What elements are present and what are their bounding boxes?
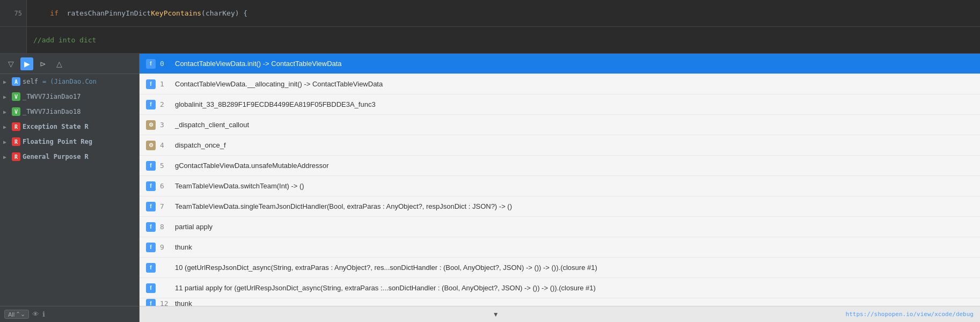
autocomplete-item-2[interactable]: f 2 globalinit_33_8B289F1F9ECDB4499EA819… [140,94,980,115]
item-num-4: 4 [160,141,171,149]
left-bottom-bar: All ⌃⌄ 👁 ℹ [0,306,139,322]
line-number-2 [0,27,27,53]
var-name: Exception State R [23,123,89,130]
list-item[interactable]: ▶ A self = (JianDao.Con [0,74,139,89]
url-label: https://shopopen.io/view/xcode/debug [846,311,974,318]
right-bottom-bar: ▼ https://shopopen.io/view/xcode/debug [140,306,980,322]
var-name: self [23,78,38,85]
autocomplete-item-8[interactable]: f 8 partial apply [140,217,980,237]
type-badge-a: A [12,77,20,86]
list-item[interactable]: ▶ V _TWVV7JianDao17 [0,89,139,104]
eye-icon[interactable]: 👁 [32,310,39,318]
var-name-floating-point: Floating Point Reg [23,138,92,145]
right-panel: f 0 ContactTableViewData.init() -> Conta… [140,54,980,322]
item-num-7: 7 [160,202,171,210]
var-name: _TWVV7JianDao17 [23,93,81,100]
item-num-1: 1 [160,80,171,88]
var-name: _TWVV7JianDao18 [23,108,81,115]
item-num-0: 0 [160,60,171,68]
type-badge-r: R [12,122,20,131]
chevron-updown-icon: ⌃⌄ [16,311,25,318]
code-comment-area: //add into dict [0,27,980,54]
autocomplete-item-9[interactable]: f 9 thunk [140,237,980,258]
func-icon-5: f [146,161,156,171]
autocomplete-item-0[interactable]: f 0 ContactTableViewData.init() -> Conta… [140,54,980,74]
code-line: if ratesChanPinnyInDictKeyPcontains(char… [27,0,980,26]
expand-arrow: ▶ [3,139,10,145]
autocomplete-item-3[interactable]: ⚙ 3 _dispatch_client_callout [140,115,980,135]
item-num-5: 5 [160,162,171,170]
gear-icon-3: ⚙ [146,120,156,130]
list-item[interactable]: ▶ V _TWVV7JianDao18 [0,104,139,119]
left-panel: ▽ ▶ ⊳ △ ▶ A self = (JianDao.Con ▶ V _TWV… [0,54,140,322]
item-text-11: 11 partial apply for (getUrlRespJsonDict… [175,284,596,292]
all-filter-button[interactable]: All ⌃⌄ [4,310,29,319]
func-icon-11: f [146,283,156,293]
func-icon-2: f [146,100,156,109]
item-text-12: thunk [175,299,192,306]
debug-toolbar: ▽ ▶ ⊳ △ [0,54,139,74]
func-icon-10: f [146,263,156,273]
var-name: General Purpose R [23,153,89,160]
autocomplete-item-5[interactable]: f 5 gContactTableViewData.unsafeMutableA… [140,156,980,176]
item-text-5: gContactTableViewData.unsafeMutableAddre… [175,162,329,170]
item-text-4: dispatch_once_f [175,141,226,149]
code-comment-text: //add into dict [33,36,96,44]
autocomplete-item-1[interactable]: f 1 ContactTableViewData.__allocating_in… [140,74,980,94]
item-text-8: partial apply [175,223,213,231]
autocomplete-item-10[interactable]: f 10 (getUrlRespJsonDict_async(String, e… [140,258,980,278]
autocomplete-item-7[interactable]: f 7 TeamTableViewData.singleTeamJsonDict… [140,196,980,217]
expand-arrow: ▶ [3,109,10,115]
expand-arrow: ▶ [3,79,10,85]
type-badge-v: V [12,107,20,116]
step-in-btn[interactable]: △ [53,57,65,70]
item-text-7: TeamTableViewData.singleTeamJsonDictHand… [175,202,512,210]
type-badge-r: R [12,137,20,146]
info-icon[interactable]: ℹ [42,310,45,318]
item-text-2: globalinit_33_8B289F1F9ECDB4499EA819F05F… [175,100,376,108]
func-icon-0: f [146,59,156,69]
autocomplete-item-4[interactable]: ⚙ 4 dispatch_once_f [140,135,980,156]
step-over-btn[interactable]: ⊳ [36,57,49,70]
all-label: All [8,311,14,318]
code-text: if ratesChanPinnyInDictKeyPcontains(char… [33,9,247,17]
scroll-down-container: ▼ [146,311,846,318]
func-icon-9: f [146,243,156,252]
code-comment-line: //add into dict [27,27,980,53]
item-text-3: _dispatch_client_callout [175,121,249,129]
list-item[interactable]: ▶ R General Purpose R [0,149,139,164]
func-icon-12: f [146,299,156,306]
line-number: 75 [0,0,27,26]
item-text-0: ContactTableViewData.init() -> ContactTa… [175,60,342,68]
item-text-1: ContactTableViewData.__allocating_init()… [175,80,383,88]
item-num-2: 2 [160,100,171,108]
main-row: ▽ ▶ ⊳ △ ▶ A self = (JianDao.Con ▶ V _TWV… [0,54,980,322]
item-num-12: 12 [160,299,171,306]
code-area: 75 if ratesChanPinnyInDictKeyPcontains(c… [0,0,980,27]
item-text-6: TeamTableViewData.switchTeam(Int) -> () [175,182,304,190]
expand-arrow: ▶ [3,124,10,130]
type-badge-r: R [12,152,20,161]
expand-arrow: ▶ [3,94,10,100]
item-num-3: 3 [160,121,171,129]
item-num-6: 6 [160,182,171,190]
func-icon-1: f [146,79,156,89]
item-num-8: 8 [160,223,171,231]
autocomplete-list: f 0 ContactTableViewData.init() -> Conta… [140,54,980,306]
func-icon-8: f [146,222,156,232]
func-icon-6: f [146,181,156,191]
item-text-9: thunk [175,243,192,251]
var-value: = (JianDao.Con [42,78,97,85]
autocomplete-item-11[interactable]: f 11 partial apply for (getUrlRespJsonDi… [140,278,980,298]
autocomplete-item-12[interactable]: f 12 thunk [140,298,980,306]
list-item[interactable]: ▶ R Floating Point Reg [0,134,139,149]
list-item[interactable]: ▶ R Exception State R [0,119,139,134]
expand-arrow: ▶ [3,154,10,160]
play-btn[interactable]: ▶ [20,57,33,70]
type-badge-v: V [12,92,20,101]
scroll-down-icon[interactable]: ▼ [493,311,499,318]
item-num-9: 9 [160,243,171,251]
breadcrumb-btn[interactable]: ▽ [4,57,17,70]
autocomplete-item-6[interactable]: f 6 TeamTableViewData.switchTeam(Int) ->… [140,176,980,196]
variable-list: ▶ A self = (JianDao.Con ▶ V _TWVV7JianDa… [0,74,139,306]
